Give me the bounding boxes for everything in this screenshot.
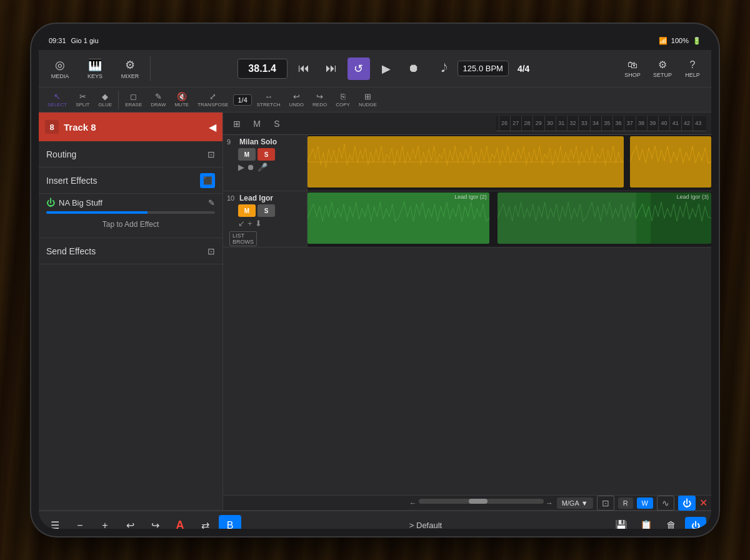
scroll-right-icon[interactable]: → [546, 499, 553, 508]
w-btn[interactable]: W [637, 498, 653, 509]
nudge-button[interactable]: ⊞ NUDGE [355, 89, 381, 111]
waveform-lead-3 [636, 192, 711, 244]
insert-effects-toggle[interactable]: ⬛ [200, 173, 215, 188]
waveform-milan-2 [630, 136, 711, 188]
midi-ga-btn[interactable]: M/GA ▼ [557, 498, 593, 509]
solo-btn-9[interactable]: S [258, 148, 275, 161]
track-ctrl-m[interactable]: M [248, 116, 266, 132]
region-milan-solo[interactable] [308, 136, 624, 188]
transpose-button[interactable]: ⤢ TRANSPOSE [194, 89, 232, 111]
play-icon-9[interactable]: ▶ [238, 162, 244, 172]
plugin-toolbar: ☰ − + ↩ ↪ A ⇄ B > Default 💾 📋 🗑 ⏻ [39, 511, 711, 529]
ruler-mark-36: 36 [612, 116, 624, 131]
position-display[interactable]: 38.1.4 [238, 59, 288, 79]
solo-btn-10[interactable]: S [258, 204, 275, 217]
setup-icon: ⚙ [658, 59, 667, 71]
track-ctrl-s[interactable]: S [268, 116, 286, 132]
ruler-mark-32: 32 [567, 116, 578, 131]
copy-button[interactable]: ⎘ COPY [332, 89, 354, 111]
tap-add-effect[interactable]: Tap to Add Effect [46, 215, 215, 234]
plugin-saveas-btn[interactable]: 📋 [635, 515, 658, 529]
plugin-delete-btn[interactable]: 🗑 [660, 515, 682, 529]
track-content-10[interactable]: Lead Igor (2) [308, 191, 711, 247]
record-icon-9[interactable]: ⏺ [247, 162, 255, 172]
mute-btn-9[interactable]: M [238, 148, 256, 161]
setup-button[interactable]: ⚙ SETUP [649, 59, 676, 78]
draw-button[interactable]: ✎ DRAW [147, 89, 169, 111]
scroll-left-icon[interactable]: ← [409, 499, 417, 508]
region-label-lead-2: Lead Igor (2) [454, 194, 487, 200]
plugin-save-btn[interactable]: 💾 [610, 515, 632, 529]
mute-btn-10[interactable]: M [238, 204, 256, 217]
scroll-handle[interactable] [419, 499, 544, 504]
track-expand-arrow[interactable]: ◀ [209, 121, 216, 133]
effect-slider[interactable] [46, 211, 215, 214]
routing-section[interactable]: Routing ⊡ [39, 141, 222, 168]
select-button[interactable]: ↖ SELECT [44, 89, 71, 111]
plugin-default-name: > Default [244, 521, 608, 529]
mixer-button[interactable]: ⚙ MIXER [114, 52, 146, 85]
region-lead-igor-2[interactable] [498, 192, 651, 244]
divider-2 [118, 91, 119, 109]
plugin-minus-btn[interactable]: − [69, 515, 91, 529]
dupl-icon-10[interactable]: ⬇ [255, 219, 262, 228]
copy-icon: ⎘ [341, 92, 346, 101]
list-brows-btn[interactable]: LISTBROWS [229, 231, 257, 246]
shop-button[interactable]: 🛍 SHOP [619, 59, 646, 78]
undo-button[interactable]: ↩ UNDO [286, 89, 308, 111]
fraction-display[interactable]: 1/4 [233, 94, 251, 106]
mute-button[interactable]: 🔇 MUTE [171, 89, 192, 111]
help-button[interactable]: ? HELP [679, 59, 706, 78]
plugin-b-btn[interactable]: B [219, 515, 241, 529]
add-icon-10[interactable]: + [248, 219, 252, 228]
plugin-menu-btn[interactable]: ☰ [44, 515, 66, 529]
glue-button[interactable]: ◆ GLUE [94, 89, 116, 111]
play-button[interactable]: ▶ [375, 58, 398, 80]
ipad-screen: 09:31 Gio 1 giu 📶 100% 🔋 ◎ MEDIA 🎹 KEYS … [39, 31, 711, 529]
mic-icon-9[interactable]: 🎤 [258, 162, 268, 172]
r-btn[interactable]: R [618, 498, 633, 509]
region-lead-igor-1[interactable]: Lead Igor (2) [308, 192, 489, 244]
redo-button[interactable]: ↪ REDO [309, 89, 331, 111]
tc-top-9: 9 Milan Solo [227, 138, 303, 146]
send-effects-section[interactable]: Send Effects ⊡ [39, 238, 222, 264]
effect-edit-icon[interactable]: ✎ [208, 198, 215, 208]
keys-button[interactable]: 🎹 KEYS [79, 52, 111, 85]
region-milan-solo-2[interactable] [630, 136, 711, 188]
erase-button[interactable]: ◻ ERASE [121, 89, 146, 111]
battery-icon: 🔋 [692, 37, 701, 45]
stretch-label: STRETCH [257, 102, 281, 108]
rewind-button[interactable]: ⏮ [292, 58, 315, 80]
tc-num-10: 10 [227, 194, 237, 202]
plugin-a-btn[interactable]: A [169, 515, 191, 529]
track-row-milan: 9 Milan Solo M S ▶ ⏺ 🎤 [223, 135, 711, 191]
record-button[interactable]: ⏺ [402, 58, 425, 80]
power-track-btn[interactable]: ⏻ [678, 496, 696, 511]
close-tracks-btn[interactable]: ✕ [699, 497, 708, 509]
stretch-button[interactable]: ↔ STRETCH [253, 89, 284, 111]
curve-btn[interactable]: ∿ [657, 496, 674, 511]
plugin-redo-btn[interactable]: ↪ [144, 515, 166, 529]
track-header[interactable]: 8 Track 8 ◀ [39, 112, 222, 141]
loop-button[interactable]: ↺ [348, 58, 370, 80]
plugin-undo-btn[interactable]: ↩ [119, 515, 141, 529]
media-button[interactable]: ◎ MEDIA [44, 52, 76, 85]
time-sig-display[interactable]: 4/4 [514, 61, 533, 76]
plugin-plus-btn[interactable]: + [94, 515, 116, 529]
effect-power-icon[interactable]: ⏻ [46, 198, 55, 208]
track-ctrl-btn-1[interactable]: ⊞ [228, 116, 246, 132]
tc-name-10: Lead Igor [239, 194, 303, 202]
zoom-icon-10[interactable]: ↙ [238, 219, 245, 228]
region-lead-igor-3[interactable]: Lead Igor (3) [636, 192, 711, 244]
metronome-button[interactable]: 𝅘𝅥𝅮 [430, 58, 452, 80]
loop-region-btn[interactable]: ⊡ [597, 496, 614, 511]
insert-effects-section[interactable]: Insert Effects ⬛ [39, 168, 222, 194]
split-button[interactable]: ✂ SPLIT [72, 89, 93, 111]
plugin-compare-btn[interactable]: ⇄ [194, 515, 216, 529]
tracks-top-bar: ⊞ M S 26 27 28 29 30 31 32 [223, 112, 711, 135]
bpm-display[interactable]: 125.0 BPM [458, 61, 509, 76]
plugin-power-btn[interactable]: ⏻ [685, 517, 706, 529]
forward-button[interactable]: ⏭ [320, 58, 342, 80]
track-content-9[interactable] [308, 135, 711, 191]
effect-item: ⏻ NA Big Stuff ✎ Tap to Add Effect [39, 194, 222, 238]
